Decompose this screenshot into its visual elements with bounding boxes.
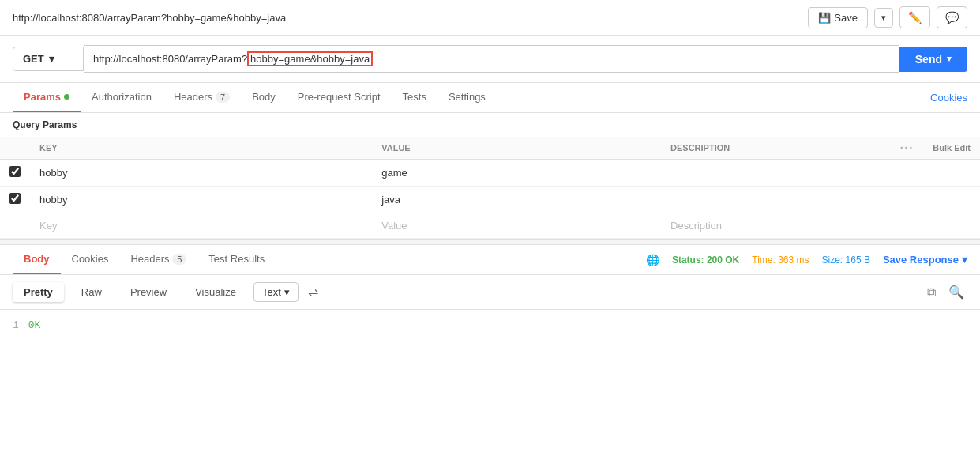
save-button[interactable]: 💾 Save [808, 7, 868, 28]
col-bulk-edit[interactable]: Bulk Edit [923, 137, 980, 160]
col-key: KEY [30, 137, 372, 160]
search-button[interactable]: 🔍 [945, 281, 967, 303]
response-tab-headers[interactable]: Headers 5 [119, 245, 197, 274]
format-bar: Pretty Raw Preview Visualize Text ▾ ⇌ ⧉ … [0, 275, 980, 310]
cookies-link[interactable]: Cookies [930, 92, 967, 104]
save-response-caret: ▾ [962, 254, 967, 266]
section-divider [0, 239, 980, 245]
query-params-label: Query Params [0, 113, 980, 137]
url-input[interactable]: http://localhost:8080/arrayParam?hobby=g… [84, 45, 899, 73]
row2-checkbox[interactable] [9, 193, 21, 204]
word-wrap-button[interactable]: ⇌ [305, 281, 321, 303]
table-row: hobby game [0, 160, 980, 187]
row2-key[interactable]: hobby [30, 187, 372, 213]
placeholder-extra [923, 213, 980, 239]
comment-icon-button[interactable]: 💬 [937, 6, 967, 28]
response-tab-cookies-label: Cookies [72, 253, 109, 265]
placeholder-description[interactable]: Description [661, 213, 891, 239]
tab-pre-request-label: Pre-request Script [298, 91, 381, 103]
save-response-label: Save Response [883, 254, 959, 266]
method-label: GET [23, 53, 44, 65]
response-status-bar: 🌐 Status: 200 OK Time: 363 ms Size: 165 … [646, 254, 967, 266]
text-format-label: Text [262, 286, 281, 298]
tab-authorization-label: Authorization [92, 91, 152, 103]
tab-body[interactable]: Body [241, 83, 287, 112]
request-tabs-bar: Params Authorization Headers 7 Body Pre-… [0, 83, 980, 113]
edit-icon-button[interactable]: ✏️ [899, 6, 930, 28]
tab-params[interactable]: Params [13, 83, 81, 112]
col-checkbox [0, 137, 30, 160]
globe-icon: 🌐 [646, 254, 659, 266]
format-pretty-button[interactable]: Pretty [13, 282, 64, 302]
save-label: Save [834, 12, 858, 24]
status-size: Size: 165 B [822, 255, 870, 266]
placeholder-key[interactable]: Key [30, 213, 372, 239]
method-caret: ▾ [49, 53, 54, 65]
send-caret-icon: ▾ [947, 54, 952, 64]
top-bar-url: http://localhost:8080/arrayParam?hobby=g… [13, 12, 286, 24]
tab-settings-label: Settings [449, 91, 486, 103]
tab-tests-label: Tests [403, 91, 426, 103]
col-actions: ··· [891, 137, 924, 160]
placeholder-value[interactable]: Value [372, 213, 661, 239]
url-query: hobby=game&hobby=java [247, 51, 373, 66]
response-tab-cookies[interactable]: Cookies [61, 245, 120, 274]
tab-pre-request-script[interactable]: Pre-request Script [287, 83, 392, 112]
tab-headers[interactable]: Headers 7 [163, 83, 241, 112]
col-description: DESCRIPTION [661, 137, 891, 160]
tab-tests[interactable]: Tests [392, 83, 437, 112]
response-tab-headers-label: Headers [130, 253, 169, 265]
method-select[interactable]: GET ▾ [13, 47, 84, 71]
row1-checkbox-cell [0, 160, 30, 187]
row1-extra [923, 160, 980, 187]
row1-checkbox[interactable] [9, 166, 21, 177]
tab-headers-label: Headers [174, 91, 212, 103]
more-options-icon: ··· [900, 141, 914, 154]
row2-extra [923, 187, 980, 213]
row1-description[interactable] [661, 160, 891, 187]
send-label: Send [915, 53, 942, 66]
query-params-table: KEY VALUE DESCRIPTION ··· Bulk Edit hobb… [0, 137, 980, 239]
table-row: hobby java [0, 187, 980, 213]
row2-actions [891, 187, 924, 213]
response-tabs-bar: Body Cookies Headers 5 Test Results 🌐 St… [0, 245, 980, 275]
tab-settings[interactable]: Settings [437, 83, 497, 112]
save-caret-button[interactable]: ▾ [874, 8, 893, 28]
response-tab-test-results[interactable]: Test Results [197, 245, 276, 274]
save-icon: 💾 [818, 12, 831, 24]
col-value: VALUE [372, 137, 661, 160]
tab-params-label: Params [24, 91, 61, 103]
url-base: http://localhost:8080/arrayParam? [93, 53, 247, 65]
row1-key[interactable]: hobby [30, 160, 372, 187]
response-tab-body[interactable]: Body [13, 245, 61, 274]
row1-value[interactable]: game [372, 160, 661, 187]
text-format-caret: ▾ [284, 286, 290, 298]
params-dot [64, 94, 69, 100]
top-bar: http://localhost:8080/arrayParam?hobby=g… [0, 0, 980, 36]
headers-badge: 7 [216, 92, 230, 103]
row2-value[interactable]: java [372, 187, 661, 213]
code-content: 0K [28, 319, 41, 331]
placeholder-actions [891, 213, 924, 239]
table-row-placeholder: Key Value Description [0, 213, 980, 239]
response-tab-test-results-label: Test Results [208, 253, 265, 265]
request-bar: GET ▾ http://localhost:8080/arrayParam?h… [0, 36, 980, 83]
status-ok: Status: 200 OK [672, 255, 739, 266]
text-format-select[interactable]: Text ▾ [253, 282, 299, 302]
format-preview-button[interactable]: Preview [119, 282, 178, 302]
format-visualize-button[interactable]: Visualize [184, 282, 247, 302]
response-headers-badge: 5 [172, 254, 186, 265]
placeholder-checkbox-cell [0, 213, 30, 239]
copy-button[interactable]: ⧉ [924, 282, 939, 303]
row2-description[interactable] [661, 187, 891, 213]
top-bar-actions: 💾 Save ▾ ✏️ 💬 [808, 6, 967, 28]
tab-authorization[interactable]: Authorization [81, 83, 163, 112]
status-time: Time: 363 ms [752, 255, 809, 266]
row1-actions [891, 160, 924, 187]
format-raw-button[interactable]: Raw [70, 282, 113, 302]
response-code-area: 10K [0, 310, 980, 341]
tab-body-label: Body [252, 91, 276, 103]
row2-checkbox-cell [0, 187, 30, 213]
save-response-button[interactable]: Save Response ▾ [883, 254, 967, 266]
send-button[interactable]: Send ▾ [899, 47, 967, 72]
